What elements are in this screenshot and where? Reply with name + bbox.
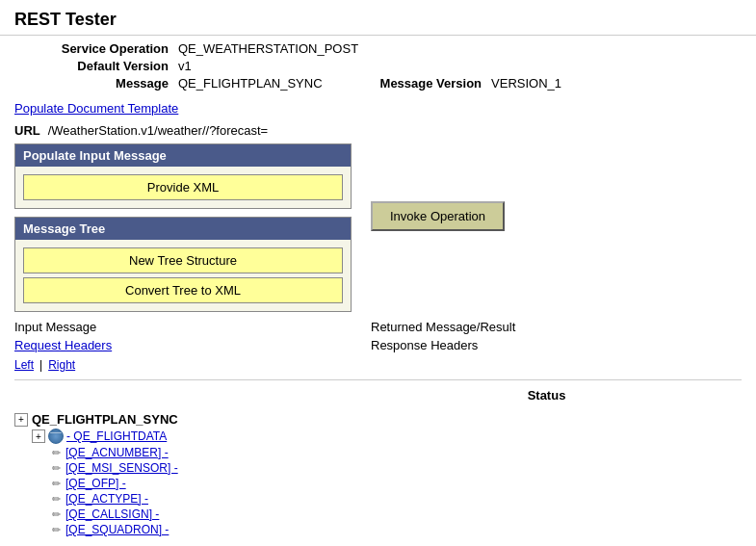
pencil-icon-msi: ✏ <box>49 461 63 475</box>
page-header: REST Tester <box>0 0 756 36</box>
message-version-value: VERSION_1 <box>491 76 561 91</box>
default-version-row: Default Version v1 <box>14 59 742 73</box>
pencil-icon-actype: ✏ <box>49 492 63 506</box>
message-row: Message QE_FLIGHTPLAN_SYNC Message Versi… <box>14 76 742 91</box>
message-tree-section: Message Tree New Tree Structure Convert … <box>14 217 352 312</box>
tree-node-callsign: ✏ [QE_CALLSIGN] - <box>14 507 742 521</box>
separator: | <box>39 358 42 372</box>
input-message-label: Input Message <box>14 320 96 334</box>
returned-message-label: Returned Message/Result <box>371 320 515 334</box>
message-value: QE_FLIGHTPLAN_SYNC <box>178 76 323 91</box>
tree-actype-link[interactable]: [QE_ACTYPE] - <box>65 492 148 506</box>
populate-input-section: Populate Input Message Provide XML <box>14 143 352 209</box>
tree-section: + QE_FLIGHTPLAN_SYNC + - QE_FLIGHTDATA ✏… <box>0 404 756 546</box>
tree-flightdata-link[interactable]: - QE_FLIGHTDATA <box>66 429 167 443</box>
new-tree-button[interactable]: New Tree Structure <box>23 247 343 273</box>
main-content: Populate Input Message Provide XML Messa… <box>0 143 756 320</box>
left-link[interactable]: Left <box>14 358 34 372</box>
tree-root-label: QE_FLIGHTPLAN_SYNC <box>32 412 178 427</box>
pencil-icon-callsign: ✏ <box>49 507 63 521</box>
default-version-label: Default Version <box>14 59 169 73</box>
service-operation-value: QE_WEATHERSTATION_POST <box>178 41 358 56</box>
response-headers-label: Response Headers <box>371 338 478 352</box>
tree-squadron-link[interactable]: [QE_SQUADRON] - <box>65 523 169 536</box>
status-row: Status <box>337 386 756 404</box>
default-version-value: v1 <box>178 59 192 73</box>
tree-msi-link[interactable]: [QE_MSI_SENSOR] - <box>65 461 178 475</box>
pencil-icon-ofp: ✏ <box>49 477 63 490</box>
populate-input-header: Populate Input Message <box>15 144 351 167</box>
bottom-info-row2: Request Headers Response Headers <box>0 338 756 352</box>
status-label: Status <box>528 388 566 403</box>
populate-input-body: Provide XML <box>15 167 351 208</box>
tree-node-actype: ✏ [QE_ACTYPE] - <box>14 492 742 506</box>
service-operation-row: Service Operation QE_WEATHERSTATION_POST <box>14 41 742 56</box>
populate-link-row: Populate Document Template <box>0 99 756 119</box>
bottom-left: Input Message <box>14 320 352 334</box>
tree-root-expand[interactable]: + <box>14 413 28 427</box>
tree-node-msi-sensor: ✏ [QE_MSI_SENSOR] - <box>14 461 742 475</box>
pencil-icon-acnumber: ✏ <box>49 446 63 459</box>
tree-acnumber-link[interactable]: [QE_ACNUMBER] - <box>65 446 169 459</box>
message-tree-header: Message Tree <box>15 218 351 240</box>
tree-node-ofp: ✏ [QE_OFP] - <box>14 477 742 490</box>
url-label: URL <box>14 123 40 138</box>
convert-tree-button[interactable]: Convert Tree to XML <box>23 277 343 303</box>
page-title: REST Tester <box>14 10 117 29</box>
left-panel: Populate Input Message Provide XML Messa… <box>14 143 352 320</box>
tree-root-row: + QE_FLIGHTPLAN_SYNC <box>14 412 742 427</box>
message-version-label: Message Version <box>380 76 482 91</box>
message-tree-body: New Tree Structure Convert Tree to XML <box>15 240 351 311</box>
bottom-info-row: Input Message Returned Message/Result <box>0 320 756 334</box>
tree-flightdata-expand[interactable]: + <box>32 429 45 443</box>
message-label: Message <box>14 76 169 91</box>
globe-icon <box>48 429 64 444</box>
bottom-right: Returned Message/Result <box>371 320 742 334</box>
right-link[interactable]: Right <box>48 358 75 372</box>
url-value: /WeatherStation.v1/weather//?forecast= <box>48 123 268 138</box>
service-operation-label: Service Operation <box>14 41 169 56</box>
request-headers-link[interactable]: Request Headers <box>14 338 112 352</box>
tree-ofp-link[interactable]: [QE_OFP] - <box>65 477 126 490</box>
divider <box>14 379 742 380</box>
provide-xml-button[interactable]: Provide XML <box>23 174 343 200</box>
bottom-right2: Response Headers <box>371 338 742 352</box>
tree-node-flightdata: + - QE_FLIGHTDATA <box>14 429 742 444</box>
populate-document-link[interactable]: Populate Document Template <box>14 101 178 116</box>
url-row: URL /WeatherStation.v1/weather//?forecas… <box>0 119 756 143</box>
invoke-operation-button[interactable]: Invoke Operation <box>371 201 505 231</box>
tree-callsign-link[interactable]: [QE_CALLSIGN] - <box>65 507 159 521</box>
left-right-row: Left | Right <box>0 356 756 374</box>
meta-section: Service Operation QE_WEATHERSTATION_POST… <box>0 36 756 99</box>
right-panel: Invoke Operation <box>371 143 742 320</box>
tree-node-squadron: ✏ [QE_SQUADRON] - <box>14 523 742 536</box>
bottom-left2: Request Headers <box>14 338 352 352</box>
pencil-icon-squadron: ✏ <box>49 523 63 536</box>
tree-node-acnumber: ✏ [QE_ACNUMBER] - <box>14 446 742 459</box>
